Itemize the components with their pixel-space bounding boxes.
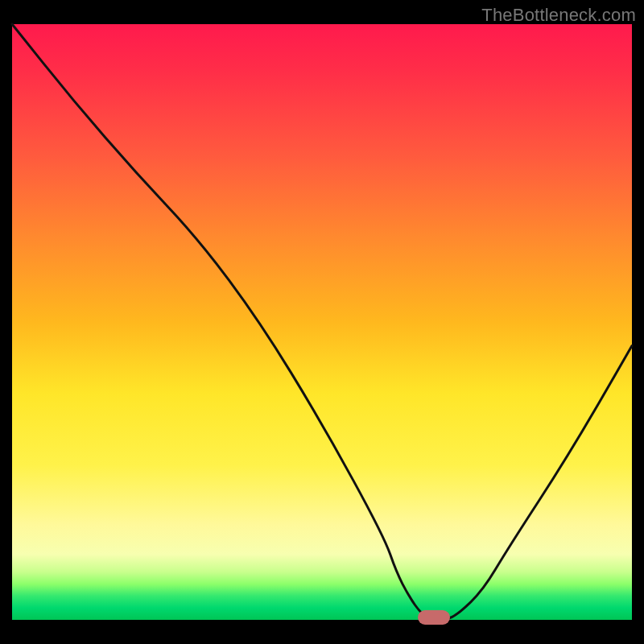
curve-layer: [12, 24, 632, 620]
plot-area: [12, 24, 632, 620]
watermark-text: TheBottleneck.com: [481, 5, 636, 26]
chart-frame: TheBottleneck.com: [0, 0, 644, 644]
optimal-marker: [418, 610, 450, 625]
bottleneck-curve: [12, 24, 632, 620]
